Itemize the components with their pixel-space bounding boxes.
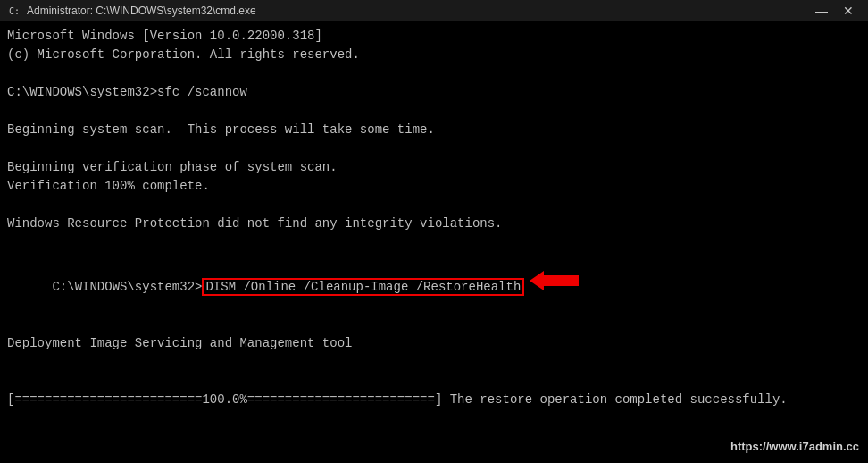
line-19	[7, 372, 861, 391]
title-bar: C: Administrator: C:\WINDOWS\system32\cm…	[0, 0, 868, 21]
prompt-prefix: C:\WINDOWS\system32>	[52, 280, 202, 294]
watermark: https://www.i7admin.cc	[730, 439, 859, 456]
cmd-window: C: Administrator: C:\WINDOWS\system32\cm…	[0, 0, 868, 463]
line-4: C:\WINDOWS\system32>sfc /scannow	[7, 83, 861, 102]
line-7	[7, 139, 861, 158]
line-2: (c) Microsoft Corporation. All rights re…	[7, 46, 861, 64]
window-controls: — ✕	[809, 2, 861, 20]
line-10	[7, 196, 861, 215]
title-bar-left: C: Administrator: C:\WINDOWS\system32\cm…	[7, 4, 256, 18]
line-11: Windows Resource Protection did not find…	[7, 215, 861, 233]
line-9: Verification 100% complete.	[7, 177, 861, 196]
line-13: C:\WINDOWS\system32>DISM /Online /Cleanu…	[7, 252, 861, 316]
dism-command: DISM /Online /Cleanup-Image /RestoreHeal…	[202, 278, 524, 296]
line-16: Deployment Image Servicing and Managemen…	[7, 334, 861, 353]
line-17	[7, 353, 861, 372]
line-5	[7, 102, 861, 121]
cmd-icon: C:	[7, 4, 21, 18]
line-21: [=========================100.0%========…	[7, 391, 861, 409]
line-12	[7, 233, 861, 252]
minimize-button[interactable]: —	[809, 2, 834, 20]
line-22	[7, 409, 861, 428]
red-arrow-icon	[530, 271, 579, 290]
window-title: Administrator: C:\WINDOWS\system32\cmd.e…	[27, 4, 256, 17]
line-8: Beginning verification phase of system s…	[7, 158, 861, 177]
svg-text:C:: C:	[9, 6, 20, 16]
line-1: Microsoft Windows [Version 10.0.22000.31…	[7, 27, 861, 46]
line-3	[7, 64, 861, 83]
close-button[interactable]: ✕	[836, 2, 861, 20]
line-14	[7, 316, 861, 334]
svg-marker-2	[530, 271, 579, 290]
arrow-wrapper	[530, 271, 579, 290]
line-6: Beginning system scan. This process will…	[7, 121, 861, 139]
terminal-content: Microsoft Windows [Version 10.0.22000.31…	[0, 21, 868, 463]
